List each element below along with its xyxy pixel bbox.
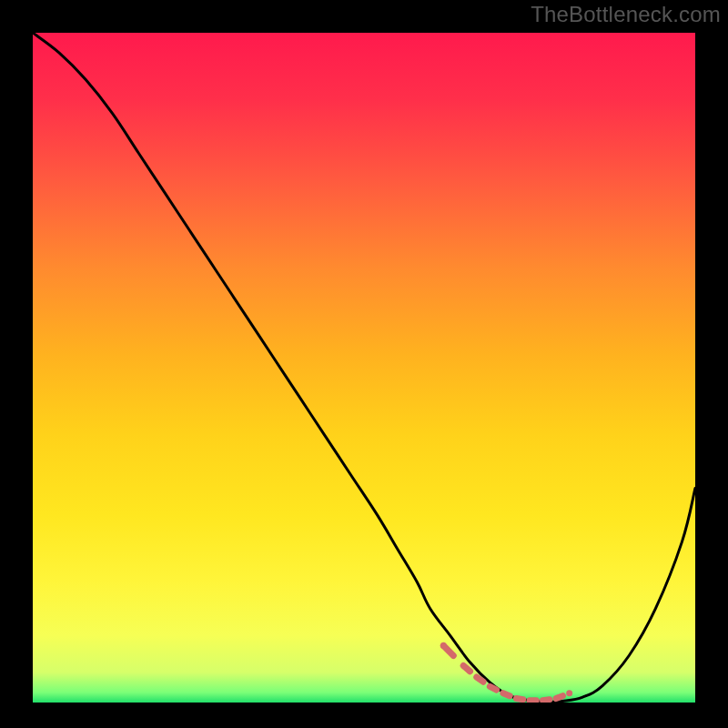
optimal-marker	[556, 696, 562, 699]
plot-area	[33, 33, 695, 703]
optimal-marker	[543, 700, 550, 701]
optimal-marker-cap	[440, 642, 447, 649]
optimal-marker	[477, 677, 483, 682]
optimal-marker	[516, 699, 522, 700]
curve-layer	[33, 33, 695, 703]
chart-frame: TheBottleneck.com	[0, 0, 728, 728]
optimal-marker	[503, 693, 510, 696]
optimal-marker	[463, 666, 470, 672]
optimal-marker	[490, 686, 496, 690]
bottleneck-curve	[33, 33, 695, 702]
optimal-marker-cap	[566, 690, 572, 696]
watermark-text: TheBottleneck.com	[531, 2, 721, 27]
